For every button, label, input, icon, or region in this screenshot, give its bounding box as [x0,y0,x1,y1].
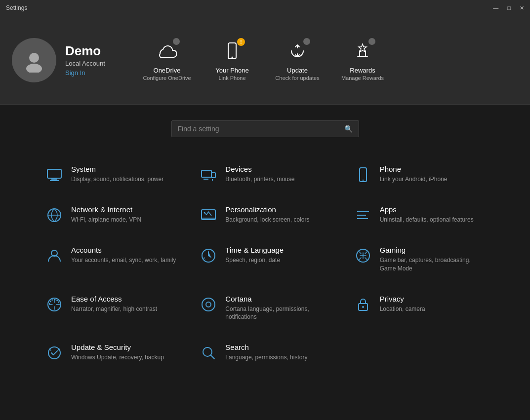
onedrive-label: OneDrive [154,67,181,74]
yourphone-badge: ! [237,38,245,46]
svg-rect-4 [47,169,61,178]
header-action-update[interactable]: Update Check for updates [273,39,322,81]
cortana-text: Cortana Cortana language, permissions, n… [225,295,330,322]
network-desc: Wi-Fi, airplane mode, VPN [71,216,141,224]
svg-point-9 [362,180,363,181]
user-section: Demo Local Account Sign In [12,38,111,82]
search-desc: Language, permissions, history [225,353,307,362]
setting-item-timelanguage[interactable]: A Time & Language Speech, region, date [194,238,336,281]
apps-text: Apps Uninstall, defaults, optional featu… [380,205,474,224]
easeofaccess-title: Ease of Access [71,295,157,303]
update-sub: Check for updates [275,75,319,81]
svg-point-12 [204,212,205,214]
svg-point-3 [232,57,233,58]
onedrive-icon-wrap [155,39,179,63]
privacy-desc: Location, camera [380,305,425,313]
network-title: Network & Internet [71,205,141,214]
minimize-button[interactable]: — [493,5,498,11]
sign-in-link[interactable]: Sign In [65,69,105,76]
search-text: Search Language, permissions, history [225,343,307,362]
avatar[interactable] [12,38,56,82]
svg-point-24 [362,306,364,308]
privacy-title: Privacy [380,295,425,303]
update-badge [303,38,310,45]
svg-point-0 [29,53,39,63]
maximize-button[interactable]: □ [507,5,511,11]
onedrive-badge [173,38,180,45]
setting-item-network[interactable]: Network & Internet Wi-Fi, airplane mode,… [40,197,182,232]
apps-title: Apps [380,205,474,214]
svg-rect-5 [51,178,57,180]
search-bar[interactable]: 🔍 [171,120,359,137]
yourphone-sub: Link Phone [218,75,245,81]
gaming-icon [354,247,372,265]
svg-rect-6 [202,170,211,177]
search-input[interactable] [178,125,344,133]
setting-item-accounts[interactable]: Accounts Your accounts, email, sync, wor… [40,238,182,281]
apps-icon [354,206,372,224]
setting-item-devices[interactable]: Devices Bluetooth, printers, mouse [194,157,336,191]
header-action-rewards[interactable]: Rewards Manage Rewards [338,39,387,81]
timelanguage-desc: Speech, region, date [225,256,284,265]
timelanguage-title: Time & Language [225,246,284,254]
updatesecurity-text: Update & Security Windows Update, recove… [71,343,164,362]
svg-point-22 [206,302,211,307]
rewards-icon-wrap [351,39,374,63]
setting-item-search[interactable]: Search Language, permissions, history [194,335,336,370]
rewards-label: Rewards [350,67,375,74]
accounts-text: Accounts Your accounts, email, sync, wor… [71,246,176,265]
search-title: Search [225,343,307,351]
setting-item-apps[interactable]: Apps Uninstall, defaults, optional featu… [348,197,490,232]
header-action-yourphone[interactable]: ! Your Phone Link Phone [207,39,257,81]
gaming-desc: Game bar, captures, broadcasting, Game M… [380,256,485,273]
setting-item-phone[interactable]: Phone Link your Android, iPhone [348,157,490,191]
close-button[interactable]: ✕ [520,5,524,11]
phone-setting-icon [354,166,372,184]
search-setting-icon [200,344,217,362]
personalization-title: Personalization [225,205,309,214]
gaming-text: Gaming Game bar, captures, broadcasting,… [380,246,485,273]
devices-title: Devices [225,165,294,173]
header-action-onedrive[interactable]: OneDrive Configure OneDrive [142,39,192,81]
phone-title: Phone [380,165,448,173]
system-desc: Display, sound, notifications, power [71,175,163,184]
easeofaccess-text: Ease of Access Narrator, magnifier, high… [71,295,157,313]
cortana-desc: Cortana language, permissions, notificat… [225,305,330,322]
easeofaccess-desc: Narrator, magnifier, high contrast [71,305,157,313]
search-icon[interactable]: 🔍 [344,125,353,133]
personalization-icon [200,206,217,224]
title-bar: Settings — □ ✕ [0,0,530,16]
accounts-desc: Your accounts, email, sync, work, family [71,256,176,265]
svg-point-1 [26,64,42,73]
system-icon [45,166,63,184]
svg-text:A: A [203,257,205,260]
timelanguage-icon: A [200,247,217,265]
update-label: Update [287,67,308,74]
setting-item-gaming[interactable]: Gaming Game bar, captures, broadcasting,… [348,238,490,281]
user-info: Demo Local Account Sign In [65,43,105,76]
rewards-sub: Manage Rewards [341,75,384,81]
onedrive-sub: Configure OneDrive [143,75,191,81]
phone-text: Phone Link your Android, iPhone [380,165,448,184]
svg-rect-7 [211,173,215,178]
apps-desc: Uninstall, defaults, optional features [380,216,474,224]
devices-text: Devices Bluetooth, printers, mouse [225,165,294,184]
settings-grid: System Display, sound, notifications, po… [40,157,490,370]
privacy-icon [354,296,372,313]
setting-item-privacy[interactable]: Privacy Location, camera [348,287,490,330]
updatesecurity-title: Update & Security [71,343,164,351]
setting-item-system[interactable]: System Display, sound, notifications, po… [40,157,182,191]
svg-rect-2 [228,43,236,59]
yourphone-label: Your Phone [215,67,248,74]
main-content: 🔍 System Display, sound, notifications, … [0,105,530,385]
setting-item-personalization[interactable]: Personalization Background, lock screen,… [194,197,336,232]
setting-item-easeofaccess[interactable]: Ease of Access Narrator, magnifier, high… [40,287,182,330]
title-bar-title: Settings [6,4,27,11]
svg-point-21 [202,298,215,311]
setting-item-updatesecurity[interactable]: Update & Security Windows Update, recove… [40,335,182,370]
yourphone-icon-wrap: ! [220,39,244,63]
username: Demo [65,43,105,59]
setting-item-cortana[interactable]: Cortana Cortana language, permissions, n… [194,287,336,330]
svg-rect-8 [360,168,367,182]
update-icon-wrap [285,39,309,63]
